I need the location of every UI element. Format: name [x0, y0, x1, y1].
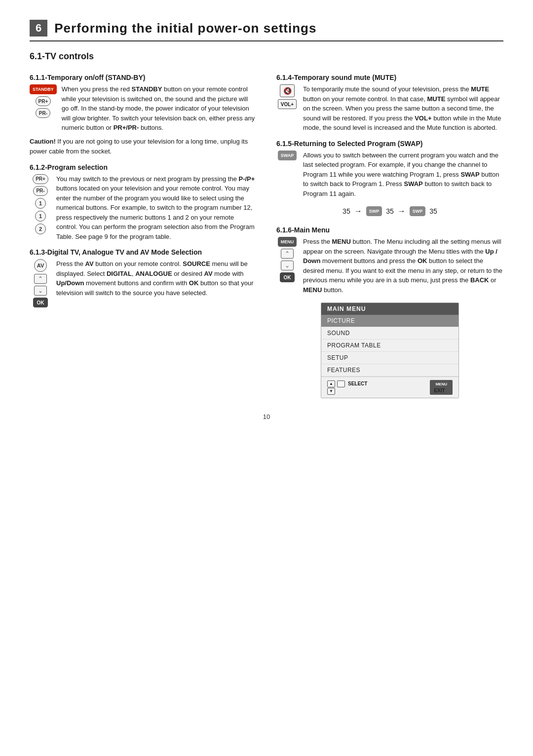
num-2-icon: 2: [35, 224, 46, 234]
footer-down-nav: ▼: [327, 388, 335, 395]
digital-av-block: AV ⌃ ⌄ OK Press the AV button on your re…: [30, 259, 257, 307]
menu-item-setup: SETUP: [321, 352, 458, 364]
menu-footer-left: ▲ OK SELECT ▼: [327, 380, 367, 395]
down-arrow-icon: ⌄: [34, 286, 47, 296]
standby-block: STANDBY PR+ PR- When you press the red S…: [30, 84, 257, 133]
standby-heading: 6.1.1-Temporary on/off (STAND-BY): [30, 74, 257, 81]
digital-av-heading: 6.1.3-Digital TV, Analogue TV and AV Mod…: [30, 248, 257, 256]
vol-plus-icon: VOL+: [278, 99, 297, 109]
menu-screenshot-header: MAIN MENU: [321, 303, 458, 315]
chapter-number: 6: [30, 20, 47, 37]
standby-button-icon: STANDBY: [30, 84, 57, 94]
footer-exit-label: EXIT: [434, 388, 449, 393]
menu-item-program-table: PROGRAM TABLE: [321, 340, 458, 352]
swap-block: SWAP Allows you to switch between the cu…: [276, 151, 503, 199]
menu-item-sound: SOUND: [321, 327, 458, 340]
footer-up-btn: ▲: [327, 380, 335, 387]
main-menu-block: MENU ⌃ ⌄ OK Press the MENU button. The M…: [276, 237, 503, 295]
page-number: 10: [30, 413, 503, 420]
up-arrow-icon-2: ⌃: [281, 249, 294, 259]
main-menu-icons: MENU ⌃ ⌄ OK: [276, 237, 298, 295]
mute-heading: 6.1.4-Temporary sound mute (MUTE): [276, 74, 503, 81]
menu-screenshot: MAIN MENU PICTURE SOUND PROGRAM TABLE SE…: [321, 302, 459, 398]
swap-button-icon: SWAP: [278, 151, 297, 160]
program-selection-block: PR+ PR- 1 1 2 You may switch to the prev…: [30, 174, 257, 242]
up-arrow-icon: ⌃: [34, 274, 47, 284]
num-1b-icon: 1: [35, 211, 46, 222]
swap-icon-2: SWP: [410, 206, 426, 216]
two-column-layout: 6.1.1-Temporary on/off (STAND-BY) STANDB…: [30, 67, 503, 398]
main-menu-text: Press the MENU button. The Menu includin…: [303, 237, 503, 295]
program-selection-icons: PR+ PR- 1 1 2: [30, 174, 51, 242]
swap-icon-1: SWP: [366, 206, 382, 216]
swap-arrow-2: →: [398, 207, 406, 216]
swap-diagram-left-num: 35: [343, 207, 350, 215]
program-selection-heading: 6.1.2-Program selection: [30, 163, 257, 171]
footer-down-btn: ▼: [327, 388, 335, 395]
right-column: 6.1.4-Temporary sound mute (MUTE) 🔇 VOL+…: [276, 67, 503, 398]
menu-button-icon: MENU: [278, 237, 297, 247]
digital-av-text: Press the AV button on your remote contr…: [56, 259, 257, 307]
digital-av-icons: AV ⌃ ⌄ OK: [30, 259, 51, 307]
swap-arrow-1: →: [354, 207, 362, 216]
num-1-icon: 1: [35, 198, 46, 209]
swap-diagram-right-num: 35: [429, 207, 437, 215]
main-menu-heading: 6.1.6-Main Menu: [276, 226, 503, 234]
menu-item-picture: PICTURE: [321, 315, 458, 327]
chapter-title: Performing the initial power-on settings: [54, 21, 316, 36]
footer-select-label: SELECT: [348, 381, 367, 386]
left-column: 6.1.1-Temporary on/off (STAND-BY) STANDB…: [30, 67, 257, 398]
standby-text: When you press the red STANDBY button on…: [62, 84, 257, 133]
program-selection-text: You may switch to the previous or next p…: [56, 174, 257, 242]
pr-minus-icon: PR-: [36, 108, 50, 118]
pr-plus-icon-2: PR+: [33, 174, 48, 184]
pr-plus-icon: PR+: [36, 96, 51, 106]
pr-minus-icon-2: PR-: [33, 186, 48, 196]
section-tv-controls-heading: 6.1-TV controls: [30, 51, 503, 62]
menu-exit-icon: MENU: [434, 381, 449, 387]
swap-icons: SWAP: [276, 151, 298, 199]
ok-button-icon: OK: [33, 298, 48, 307]
standby-icons: STANDBY PR+ PR-: [30, 84, 57, 133]
footer-nav: ▲ OK SELECT: [327, 380, 367, 387]
mute-block: 🔇 VOL+ To temporarily mute the sound of …: [276, 84, 503, 133]
mute-button-icon: 🔇: [280, 84, 295, 97]
footer-ok-btn: OK: [337, 380, 345, 387]
swap-text: Allows you to switch between the current…: [303, 151, 503, 199]
swap-diagram-mid-num: 35: [386, 207, 394, 215]
mute-icons: 🔇 VOL+: [276, 84, 298, 133]
standby-caution: Caution! If you are not going to use you…: [30, 137, 257, 156]
swap-diagram: 35 → SWP 35 → SWP 35: [276, 206, 503, 216]
menu-item-features: FEATURES: [321, 364, 458, 377]
chapter-header: 6 Performing the initial power-on settin…: [30, 20, 503, 41]
down-arrow-icon-2: ⌄: [281, 261, 294, 270]
ok-button-icon-2: OK: [280, 272, 295, 282]
av-button-icon: AV: [34, 259, 47, 272]
swap-heading: 6.1.5-Returning to Selected Program (SWA…: [276, 140, 503, 148]
menu-exit-button: MENU EXIT: [430, 380, 453, 395]
menu-footer: ▲ OK SELECT ▼ MENU EXIT: [321, 377, 458, 398]
mute-text: To temporarily mute the sound of your te…: [303, 84, 503, 133]
